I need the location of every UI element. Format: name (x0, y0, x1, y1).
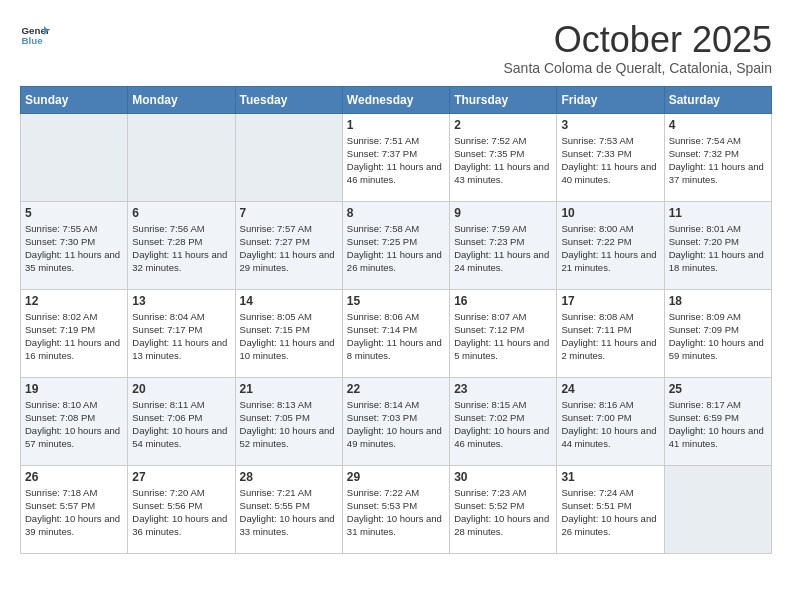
day-info: Sunrise: 7:22 AMSunset: 5:53 PMDaylight:… (347, 486, 445, 539)
calendar-cell: 12Sunrise: 8:02 AMSunset: 7:19 PMDayligh… (21, 289, 128, 377)
calendar-cell: 28Sunrise: 7:21 AMSunset: 5:55 PMDayligh… (235, 465, 342, 553)
calendar-cell (664, 465, 771, 553)
calendar-cell: 26Sunrise: 7:18 AMSunset: 5:57 PMDayligh… (21, 465, 128, 553)
calendar-cell: 25Sunrise: 8:17 AMSunset: 6:59 PMDayligh… (664, 377, 771, 465)
day-info: Sunrise: 8:15 AMSunset: 7:02 PMDaylight:… (454, 398, 552, 451)
day-info: Sunrise: 8:13 AMSunset: 7:05 PMDaylight:… (240, 398, 338, 451)
day-number: 19 (25, 382, 123, 396)
calendar-cell: 21Sunrise: 8:13 AMSunset: 7:05 PMDayligh… (235, 377, 342, 465)
weekday-header-wednesday: Wednesday (342, 86, 449, 113)
calendar-cell: 4Sunrise: 7:54 AMSunset: 7:32 PMDaylight… (664, 113, 771, 201)
calendar-cell: 3Sunrise: 7:53 AMSunset: 7:33 PMDaylight… (557, 113, 664, 201)
calendar-cell: 2Sunrise: 7:52 AMSunset: 7:35 PMDaylight… (450, 113, 557, 201)
calendar-cell: 9Sunrise: 7:59 AMSunset: 7:23 PMDaylight… (450, 201, 557, 289)
day-number: 18 (669, 294, 767, 308)
day-number: 3 (561, 118, 659, 132)
day-info: Sunrise: 8:01 AMSunset: 7:20 PMDaylight:… (669, 222, 767, 275)
day-info: Sunrise: 8:02 AMSunset: 7:19 PMDaylight:… (25, 310, 123, 363)
day-info: Sunrise: 7:57 AMSunset: 7:27 PMDaylight:… (240, 222, 338, 275)
weekday-header-friday: Friday (557, 86, 664, 113)
day-info: Sunrise: 7:53 AMSunset: 7:33 PMDaylight:… (561, 134, 659, 187)
day-info: Sunrise: 7:21 AMSunset: 5:55 PMDaylight:… (240, 486, 338, 539)
calendar-cell: 7Sunrise: 7:57 AMSunset: 7:27 PMDaylight… (235, 201, 342, 289)
day-number: 16 (454, 294, 552, 308)
location-subtitle: Santa Coloma de Queralt, Catalonia, Spai… (504, 60, 773, 76)
day-info: Sunrise: 8:09 AMSunset: 7:09 PMDaylight:… (669, 310, 767, 363)
day-number: 15 (347, 294, 445, 308)
calendar-cell (128, 113, 235, 201)
day-number: 10 (561, 206, 659, 220)
day-info: Sunrise: 7:52 AMSunset: 7:35 PMDaylight:… (454, 134, 552, 187)
day-number: 29 (347, 470, 445, 484)
day-info: Sunrise: 7:58 AMSunset: 7:25 PMDaylight:… (347, 222, 445, 275)
day-number: 7 (240, 206, 338, 220)
day-info: Sunrise: 8:16 AMSunset: 7:00 PMDaylight:… (561, 398, 659, 451)
day-number: 24 (561, 382, 659, 396)
weekday-header-sunday: Sunday (21, 86, 128, 113)
calendar-cell: 8Sunrise: 7:58 AMSunset: 7:25 PMDaylight… (342, 201, 449, 289)
calendar-cell: 6Sunrise: 7:56 AMSunset: 7:28 PMDaylight… (128, 201, 235, 289)
day-number: 23 (454, 382, 552, 396)
day-info: Sunrise: 8:11 AMSunset: 7:06 PMDaylight:… (132, 398, 230, 451)
weekday-header-saturday: Saturday (664, 86, 771, 113)
day-number: 25 (669, 382, 767, 396)
day-number: 21 (240, 382, 338, 396)
day-info: Sunrise: 7:59 AMSunset: 7:23 PMDaylight:… (454, 222, 552, 275)
day-number: 26 (25, 470, 123, 484)
weekday-header-thursday: Thursday (450, 86, 557, 113)
day-number: 9 (454, 206, 552, 220)
day-info: Sunrise: 8:05 AMSunset: 7:15 PMDaylight:… (240, 310, 338, 363)
calendar-cell: 18Sunrise: 8:09 AMSunset: 7:09 PMDayligh… (664, 289, 771, 377)
day-number: 14 (240, 294, 338, 308)
day-info: Sunrise: 8:07 AMSunset: 7:12 PMDaylight:… (454, 310, 552, 363)
day-number: 4 (669, 118, 767, 132)
logo-icon: General Blue (20, 20, 50, 50)
title-area: October 2025 Santa Coloma de Queralt, Ca… (504, 20, 773, 76)
day-number: 13 (132, 294, 230, 308)
calendar-cell: 17Sunrise: 8:08 AMSunset: 7:11 PMDayligh… (557, 289, 664, 377)
day-info: Sunrise: 8:08 AMSunset: 7:11 PMDaylight:… (561, 310, 659, 363)
day-number: 2 (454, 118, 552, 132)
day-number: 31 (561, 470, 659, 484)
calendar-cell: 13Sunrise: 8:04 AMSunset: 7:17 PMDayligh… (128, 289, 235, 377)
calendar-cell: 16Sunrise: 8:07 AMSunset: 7:12 PMDayligh… (450, 289, 557, 377)
calendar-cell: 1Sunrise: 7:51 AMSunset: 7:37 PMDaylight… (342, 113, 449, 201)
day-info: Sunrise: 8:06 AMSunset: 7:14 PMDaylight:… (347, 310, 445, 363)
day-info: Sunrise: 7:23 AMSunset: 5:52 PMDaylight:… (454, 486, 552, 539)
day-number: 1 (347, 118, 445, 132)
day-number: 12 (25, 294, 123, 308)
day-info: Sunrise: 7:18 AMSunset: 5:57 PMDaylight:… (25, 486, 123, 539)
calendar-cell: 29Sunrise: 7:22 AMSunset: 5:53 PMDayligh… (342, 465, 449, 553)
logo: General Blue (20, 20, 50, 50)
day-info: Sunrise: 7:55 AMSunset: 7:30 PMDaylight:… (25, 222, 123, 275)
calendar-cell: 20Sunrise: 8:11 AMSunset: 7:06 PMDayligh… (128, 377, 235, 465)
day-number: 17 (561, 294, 659, 308)
day-number: 22 (347, 382, 445, 396)
svg-text:Blue: Blue (22, 35, 44, 46)
calendar-cell: 31Sunrise: 7:24 AMSunset: 5:51 PMDayligh… (557, 465, 664, 553)
day-info: Sunrise: 8:00 AMSunset: 7:22 PMDaylight:… (561, 222, 659, 275)
calendar-cell: 10Sunrise: 8:00 AMSunset: 7:22 PMDayligh… (557, 201, 664, 289)
calendar-table: SundayMondayTuesdayWednesdayThursdayFrid… (20, 86, 772, 554)
weekday-header-monday: Monday (128, 86, 235, 113)
day-number: 11 (669, 206, 767, 220)
day-info: Sunrise: 8:10 AMSunset: 7:08 PMDaylight:… (25, 398, 123, 451)
month-title: October 2025 (504, 20, 773, 60)
day-number: 20 (132, 382, 230, 396)
day-info: Sunrise: 7:54 AMSunset: 7:32 PMDaylight:… (669, 134, 767, 187)
calendar-cell: 27Sunrise: 7:20 AMSunset: 5:56 PMDayligh… (128, 465, 235, 553)
calendar-cell: 19Sunrise: 8:10 AMSunset: 7:08 PMDayligh… (21, 377, 128, 465)
calendar-cell: 30Sunrise: 7:23 AMSunset: 5:52 PMDayligh… (450, 465, 557, 553)
day-info: Sunrise: 8:04 AMSunset: 7:17 PMDaylight:… (132, 310, 230, 363)
day-info: Sunrise: 7:20 AMSunset: 5:56 PMDaylight:… (132, 486, 230, 539)
day-number: 8 (347, 206, 445, 220)
day-info: Sunrise: 7:51 AMSunset: 7:37 PMDaylight:… (347, 134, 445, 187)
day-info: Sunrise: 8:17 AMSunset: 6:59 PMDaylight:… (669, 398, 767, 451)
day-number: 27 (132, 470, 230, 484)
day-number: 30 (454, 470, 552, 484)
day-info: Sunrise: 7:24 AMSunset: 5:51 PMDaylight:… (561, 486, 659, 539)
day-info: Sunrise: 7:56 AMSunset: 7:28 PMDaylight:… (132, 222, 230, 275)
day-number: 6 (132, 206, 230, 220)
day-info: Sunrise: 8:14 AMSunset: 7:03 PMDaylight:… (347, 398, 445, 451)
calendar-cell: 14Sunrise: 8:05 AMSunset: 7:15 PMDayligh… (235, 289, 342, 377)
